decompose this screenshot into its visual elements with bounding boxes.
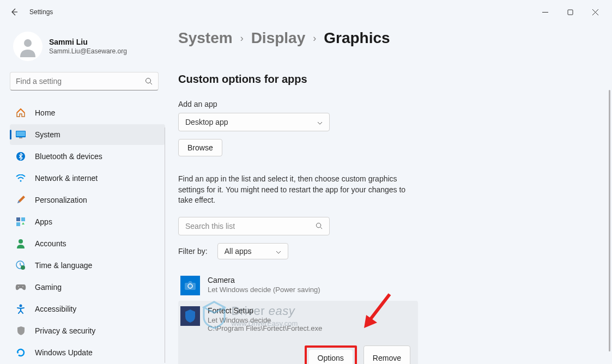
- app-name: Camera: [208, 276, 595, 284]
- nav-accessibility[interactable]: Accessibility: [10, 299, 165, 319]
- chevron-down-icon: [317, 117, 323, 127]
- close-icon: [592, 9, 598, 15]
- nav-home[interactable]: Home: [10, 102, 165, 123]
- svg-rect-4: [16, 131, 25, 136]
- maximize-icon: [567, 9, 573, 15]
- search-icon: [316, 222, 323, 229]
- app-status: Let Windows decide (Power saving): [208, 286, 595, 294]
- svg-rect-8: [16, 217, 20, 221]
- help-text: Find an app in the list and select it, t…: [178, 174, 413, 206]
- window-title: Settings: [29, 8, 53, 16]
- sidebar-divider: [165, 128, 165, 363]
- nav-system[interactable]: System: [10, 124, 165, 145]
- app-status: Let Windows decide: [208, 316, 410, 324]
- camera-app-icon: [180, 276, 200, 295]
- app-type-dropdown[interactable]: Desktop app: [178, 113, 330, 131]
- svg-rect-0: [568, 10, 573, 15]
- app-row-camera[interactable]: Camera Let Windows decide (Power saving): [178, 270, 602, 301]
- svg-point-17: [316, 223, 320, 228]
- svg-point-1: [24, 39, 32, 47]
- breadcrumb-display[interactable]: Display: [251, 29, 306, 47]
- app-name: Fortect Setup: [208, 306, 410, 315]
- chevron-down-icon: [276, 246, 281, 256]
- search-list-box[interactable]: Search this list: [178, 217, 330, 235]
- annotation-highlight: Options: [305, 345, 357, 364]
- nav-label: Network & internet: [35, 174, 98, 183]
- filter-label: Filter by:: [178, 247, 208, 256]
- options-button[interactable]: Options: [309, 350, 353, 364]
- display-icon: [15, 129, 26, 140]
- breadcrumb-graphics: Graphics: [324, 29, 390, 47]
- nav-network[interactable]: Network & internet: [10, 168, 165, 189]
- back-button[interactable]: [4, 2, 24, 22]
- nav-label: Bluetooth & devices: [35, 152, 102, 161]
- chevron-right-icon: ›: [313, 33, 316, 44]
- nav-windows-update[interactable]: Windows Update: [10, 342, 165, 363]
- dropdown-value: All apps: [225, 247, 276, 256]
- person-icon: [17, 35, 39, 57]
- brush-icon: [15, 195, 26, 205]
- nav-time-language[interactable]: Time & language: [10, 255, 165, 276]
- search-icon: [145, 77, 153, 85]
- svg-point-16: [20, 305, 22, 307]
- nav-label: Accounts: [35, 239, 66, 248]
- scrollbar[interactable]: [609, 90, 610, 351]
- fortect-app-icon: [180, 306, 200, 326]
- nav-label: Personalization: [35, 196, 87, 204]
- svg-rect-9: [21, 217, 25, 221]
- wifi-icon: [15, 173, 26, 184]
- search-input[interactable]: [16, 77, 145, 86]
- close-button[interactable]: [583, 3, 608, 21]
- profile-email: Sammi.Liu@Easeware.org: [49, 47, 127, 55]
- user-profile[interactable]: Sammi Liu Sammi.Liu@Easeware.org: [10, 32, 165, 61]
- app-row-fortect[interactable]: Fortect Setup Let Windows decide C:\Prog…: [178, 301, 418, 364]
- nav-label: Apps: [35, 217, 52, 226]
- search-list-placeholder: Search this list: [185, 222, 316, 230]
- svg-point-15: [22, 286, 23, 287]
- maximize-button[interactable]: [558, 3, 583, 21]
- profile-name: Sammi Liu: [49, 38, 127, 46]
- dropdown-value: Desktop app: [185, 118, 317, 126]
- svg-point-14: [18, 286, 19, 287]
- home-icon: [15, 107, 26, 118]
- breadcrumb: System › Display › Graphics: [178, 29, 602, 47]
- filter-dropdown[interactable]: All apps: [217, 243, 288, 259]
- nav-label: Windows Update: [35, 348, 93, 357]
- nav-label: Gaming: [35, 283, 62, 292]
- svg-point-13: [21, 265, 25, 270]
- minimize-icon: [542, 9, 548, 15]
- nav-accounts[interactable]: Accounts: [10, 233, 165, 254]
- search-settings[interactable]: [10, 72, 159, 90]
- minimize-button[interactable]: [532, 3, 558, 21]
- nav-privacy-security[interactable]: Privacy & security: [10, 320, 165, 341]
- accessibility-icon: [15, 304, 26, 314]
- update-icon: [15, 347, 26, 358]
- nav-label: Time & language: [35, 261, 92, 270]
- svg-point-2: [146, 78, 151, 83]
- remove-button[interactable]: Remove: [363, 345, 410, 364]
- nav-gaming[interactable]: Gaming: [10, 277, 165, 298]
- avatar: [13, 32, 43, 61]
- clock-icon: [15, 260, 26, 271]
- nav-label: Privacy & security: [35, 326, 95, 335]
- nav-bluetooth[interactable]: Bluetooth & devices: [10, 146, 165, 167]
- add-app-label: Add an app: [178, 100, 602, 108]
- nav-personalization[interactable]: Personalization: [10, 190, 165, 210]
- svg-point-7: [20, 180, 22, 182]
- apps-icon: [15, 216, 26, 227]
- browse-button[interactable]: Browse: [178, 139, 222, 156]
- svg-point-11: [19, 239, 23, 244]
- account-icon: [15, 238, 26, 249]
- svg-rect-10: [16, 222, 20, 226]
- nav-label: Home: [35, 108, 55, 117]
- arrow-left-icon: [10, 8, 19, 16]
- breadcrumb-system[interactable]: System: [178, 29, 233, 47]
- nav-label: System: [35, 130, 60, 139]
- bluetooth-icon: [15, 151, 26, 162]
- shield-icon: [15, 325, 26, 336]
- nav-apps[interactable]: Apps: [10, 211, 165, 232]
- app-path: C:\Program Files\Fortect\Fortect.exe: [208, 324, 410, 332]
- gamepad-icon: [15, 282, 26, 293]
- section-title: Custom options for apps: [178, 73, 602, 86]
- nav-label: Accessibility: [35, 305, 76, 313]
